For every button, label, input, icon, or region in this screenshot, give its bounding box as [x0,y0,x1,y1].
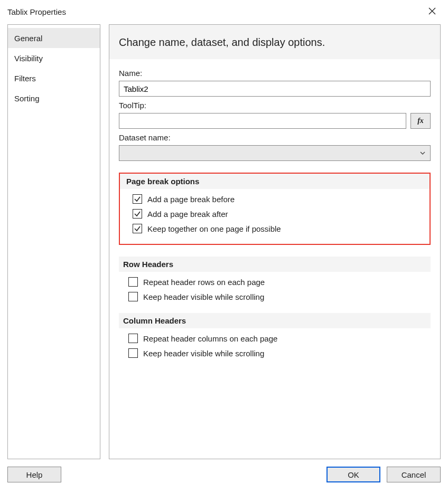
checkbox-label: Repeat header rows on each page [143,278,265,287]
checkbox-row-repeat-header-cols[interactable]: Repeat header columns on each page [128,334,431,343]
sidebar-item-label: Filters [14,74,36,83]
sidebar-item-visibility[interactable]: Visibility [8,48,100,68]
pagebreak-highlight: Page break options Add a page break befo… [119,173,431,245]
chevron-down-icon [419,149,426,158]
sidebar-item-label: General [14,34,42,43]
button-label: OK [348,470,359,479]
dataset-select[interactable] [119,145,431,161]
checkbox-repeat-header-cols[interactable] [128,334,138,343]
sidebar-item-label: Sorting [14,94,40,103]
tooltip-input[interactable] [119,113,406,129]
checkbox-repeat-header-rows[interactable] [128,277,138,287]
checkbox-row-pagebreak-before[interactable]: Add a page break before [133,194,426,204]
fx-icon: fx [417,117,424,125]
cancel-button[interactable]: Cancel [387,467,441,482]
name-input[interactable] [119,81,431,97]
checkbox-keep-together[interactable] [133,224,142,233]
window-title: Tablix Properties [7,7,66,16]
content-panel: Change name, dataset, and display option… [109,24,441,459]
checkbox-label: Keep header visible while scrolling [143,292,264,301]
dataset-label: Dataset name: [119,133,431,142]
ok-button[interactable]: OK [326,467,380,482]
title-bar: Tablix Properties [0,0,448,23]
sidebar-item-general[interactable]: General [8,28,100,48]
button-label: Help [26,470,43,479]
section-rowheaders: Row Headers [119,257,431,272]
content-body: Name: ToolTip: fx Dataset name: Page br [109,59,440,358]
sidebar: General Visibility Filters Sorting [7,24,100,459]
checkbox-label: Repeat header columns on each page [143,334,277,343]
section-pagebreak: Page break options [120,174,430,189]
checkbox-row-pagebreak-after[interactable]: Add a page break after [133,209,426,219]
close-icon [428,7,436,16]
checkbox-pagebreak-after[interactable] [133,209,142,219]
checkbox-label: Add a page break before [147,195,235,204]
checkbox-keep-header-cols-visible[interactable] [128,348,138,358]
sidebar-item-label: Visibility [14,54,43,63]
checkbox-label: Keep header visible while scrolling [143,349,264,358]
checkbox-label: Keep together on one page if possible [147,224,281,233]
checkbox-keep-header-rows-visible[interactable] [128,292,138,301]
content-header: Change name, dataset, and display option… [109,25,440,59]
button-bar: Help OK Cancel [7,467,441,486]
sidebar-item-filters[interactable]: Filters [8,68,100,88]
tooltip-label: ToolTip: [119,101,431,110]
expression-button[interactable]: fx [410,113,431,129]
main-area: General Visibility Filters Sorting Chang… [7,24,441,459]
name-label: Name: [119,69,431,78]
checkbox-row-keep-together[interactable]: Keep together on one page if possible [133,224,426,233]
checkbox-row-keep-header-rows-visible[interactable]: Keep header visible while scrolling [128,292,431,301]
checkbox-row-repeat-header-rows[interactable]: Repeat header rows on each page [128,277,431,287]
help-button[interactable]: Help [7,467,61,482]
checkbox-label: Add a page break after [147,210,228,219]
close-button[interactable] [424,3,441,20]
checkbox-row-keep-header-cols-visible[interactable]: Keep header visible while scrolling [128,348,431,358]
button-label: Cancel [402,470,426,479]
sidebar-item-sorting[interactable]: Sorting [8,88,100,108]
checkbox-pagebreak-before[interactable] [133,194,142,204]
section-colheaders: Column Headers [119,313,431,328]
